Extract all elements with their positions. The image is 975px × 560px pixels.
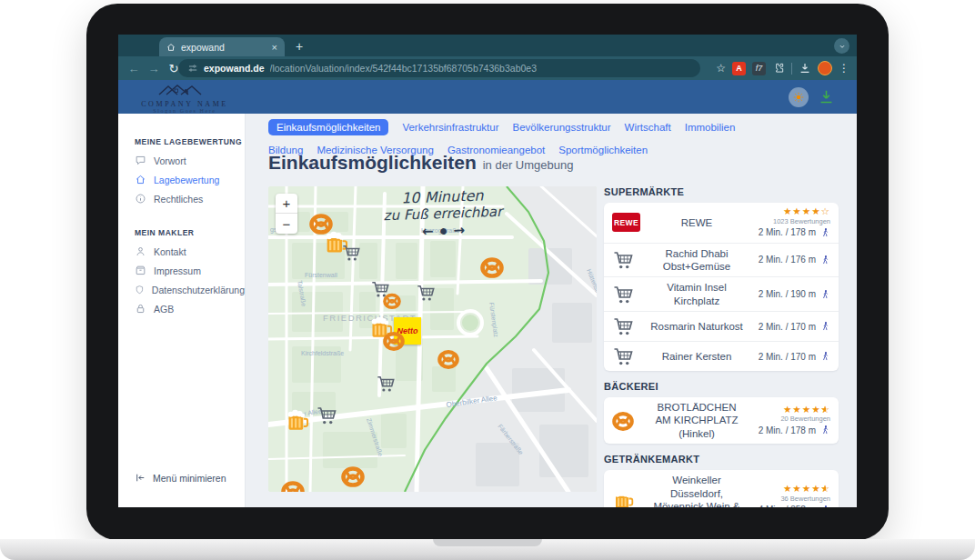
star-half-icon: ☆★ xyxy=(821,405,830,415)
sidebar-item-kontakt[interactable]: Kontakt xyxy=(135,245,245,257)
poi-section-heading: BÄCKEREI xyxy=(604,381,839,392)
pretzel-icon xyxy=(437,348,459,370)
star-full-icon: ★ xyxy=(811,205,820,216)
poi-row[interactable]: Rachid Dhabi Obst+Gemüse2 Min. / 176 m xyxy=(604,243,839,277)
poi-row[interactable]: Vitamin Insel Kirchplatz2 Min. / 190 m xyxy=(604,276,839,311)
poi-name: Vitamin Insel Kirchplatz xyxy=(647,281,747,307)
page-title: Einkaufsmöglichkeiten xyxy=(268,152,477,174)
poi-row[interactable]: Rainer Kersten2 Min. / 170 m xyxy=(604,341,839,371)
browser-tab[interactable]: expowand × xyxy=(159,37,285,56)
forward-button[interactable]: → xyxy=(144,62,164,75)
sidebar-item-vorwort[interactable]: Vorwort xyxy=(135,155,245,166)
pretzel-marker[interactable] xyxy=(281,479,305,492)
extension-fx-icon[interactable]: f7 xyxy=(752,62,766,75)
cart-icon xyxy=(612,345,634,367)
poi-distance-row: 4 Min. / 358 m xyxy=(759,504,830,507)
cart-icon xyxy=(416,283,436,303)
street-label: Kirchfeldstraße xyxy=(301,350,344,356)
sidebar: MEINE LAGEBEWERTUNGVorwortLagebewertungR… xyxy=(118,114,246,507)
back-button[interactable]: ← xyxy=(124,62,144,75)
tab-search-button[interactable] xyxy=(834,38,849,54)
address-bar[interactable]: expowand.de/locationValuation/index/542f… xyxy=(178,59,700,77)
archive-icon xyxy=(135,265,146,276)
center-dot-icon: ● xyxy=(440,226,447,235)
pretzel-marker[interactable] xyxy=(383,292,401,310)
poi-icon-cell xyxy=(612,315,647,337)
sidebar-item-agb[interactable]: AGB xyxy=(135,303,245,315)
star-full-icon: ★ xyxy=(792,205,801,216)
user-icon xyxy=(135,245,146,257)
star-empty-icon: ☆ xyxy=(821,205,830,216)
poi-row[interactable]: Rosmarin Naturkost2 Min. / 170 m xyxy=(604,311,839,341)
sidebar-item-datenschutzerkl-rung[interactable]: Datenschutzerklärung xyxy=(135,284,245,295)
poi-row[interactable]: Weinkeller Düsseldorf, Mövenpick Wein & … xyxy=(604,470,839,507)
minimize-menu-button[interactable]: Menü minimieren xyxy=(135,472,226,484)
beer-icon xyxy=(612,489,634,507)
walking-person-icon xyxy=(820,504,830,507)
tab-bev-lkerungsstruktur[interactable]: Bevölkerungsstruktur xyxy=(513,119,611,135)
bookmark-star-icon[interactable]: ☆ xyxy=(716,62,726,75)
screenshot-canvas: expowand × + ← → ↻ expowand.de/locationV… xyxy=(0,0,975,560)
star-full-icon: ★ xyxy=(811,483,820,494)
tab-wirtschaft[interactable]: Wirtschaft xyxy=(625,119,671,135)
zoom-in-button[interactable]: + xyxy=(276,194,297,214)
poi-row[interactable]: REWEREWE★★★★☆1023 Bewertungen2 Min. / 17… xyxy=(604,203,839,243)
adobe-extension-icon[interactable]: A xyxy=(732,62,746,75)
collapse-left-icon xyxy=(135,472,146,484)
tab-immobilien[interactable]: Immobilien xyxy=(685,119,736,135)
poi-distance: 2 Min. / 190 m xyxy=(759,289,816,299)
theme-toggle-button[interactable] xyxy=(789,87,809,107)
star-full-icon: ★ xyxy=(792,483,801,494)
walking-person-icon xyxy=(820,350,830,363)
poi-panel: SUPERMÄRKTEREWEREWE★★★★☆1023 Bewertungen… xyxy=(604,186,839,507)
cart-marker[interactable] xyxy=(416,283,436,303)
cart-marker[interactable] xyxy=(376,374,396,394)
downloads-icon[interactable] xyxy=(799,62,811,75)
sidebar-item-impressum[interactable]: Impressum xyxy=(135,265,245,276)
browser-window: expowand × + ← → ↻ expowand.de/locationV… xyxy=(118,35,857,507)
sidebar-item-lagebewertung[interactable]: Lagebewertung xyxy=(135,174,245,185)
site-settings-icon xyxy=(187,63,198,74)
toolbar-divider xyxy=(791,63,792,75)
arrow-left-icon: ← xyxy=(422,223,434,239)
poi-row[interactable]: BROTLÄDCHEN AM KIRCHPLATZ (Hinkel)★★★★☆★… xyxy=(604,397,839,444)
pretzel-marker[interactable] xyxy=(383,330,405,352)
poi-name: Rainer Kersten xyxy=(647,350,747,363)
pretzel-marker[interactable] xyxy=(437,348,459,370)
cart-marker[interactable] xyxy=(316,405,337,426)
poi-icon-cell xyxy=(612,410,647,432)
poi-distance-row: 2 Min. / 190 m xyxy=(759,288,830,301)
star-full-icon: ★ xyxy=(802,483,811,494)
cart-icon xyxy=(341,243,361,263)
beer-marker[interactable] xyxy=(285,408,309,433)
poi-icon-cell xyxy=(612,489,647,507)
close-tab-icon[interactable]: × xyxy=(272,42,277,53)
pretzel-marker[interactable] xyxy=(480,255,504,279)
rating-stars: ★★★★☆★ xyxy=(783,405,830,415)
tab-verkehrsinfrastruktur[interactable]: Verkehrsinfrastruktur xyxy=(402,119,498,135)
sidebar-item-rechtliches[interactable]: Rechtliches xyxy=(135,193,245,205)
star-full-icon: ★ xyxy=(783,483,792,494)
poi-reviews: 20 Bewertungen xyxy=(780,415,830,423)
app-header: COMPANY NAME Slogan Goes Here xyxy=(118,80,857,114)
poi-details: 2 Min. / 170 m xyxy=(747,350,830,363)
poi-name: REWE xyxy=(647,216,747,229)
browser-menu-icon[interactable]: ⋮ xyxy=(839,62,849,75)
walking-person-icon xyxy=(820,226,830,239)
sidebar-item-label: Lagebewertung xyxy=(154,175,219,185)
pretzel-marker[interactable] xyxy=(341,465,365,488)
download-report-button[interactable] xyxy=(818,88,835,105)
url-path: /locationValuation/index/542f44bc17135bf… xyxy=(270,63,537,74)
tab-einkaufsm-glichkeiten[interactable]: Einkaufsmöglichkeiten xyxy=(268,119,388,135)
new-tab-button[interactable]: + xyxy=(296,37,303,55)
browser-tabstrip: expowand × + xyxy=(118,35,857,56)
star-full-icon: ★ xyxy=(783,404,792,415)
poi-reviews: 36 Bewertungen xyxy=(780,495,830,503)
cart-marker[interactable] xyxy=(341,243,361,263)
profile-avatar[interactable] xyxy=(818,61,832,75)
map[interactable]: gstraßeHerzogstraßeFürstenwallFRIEDRICHS… xyxy=(268,186,597,492)
zoom-out-button[interactable]: − xyxy=(276,214,297,234)
poi-distance: 2 Min. / 170 m xyxy=(759,352,816,362)
browser-toolbar: ← → ↻ expowand.de/locationValuation/inde… xyxy=(118,56,857,80)
extensions-puzzle-icon[interactable] xyxy=(772,62,785,75)
